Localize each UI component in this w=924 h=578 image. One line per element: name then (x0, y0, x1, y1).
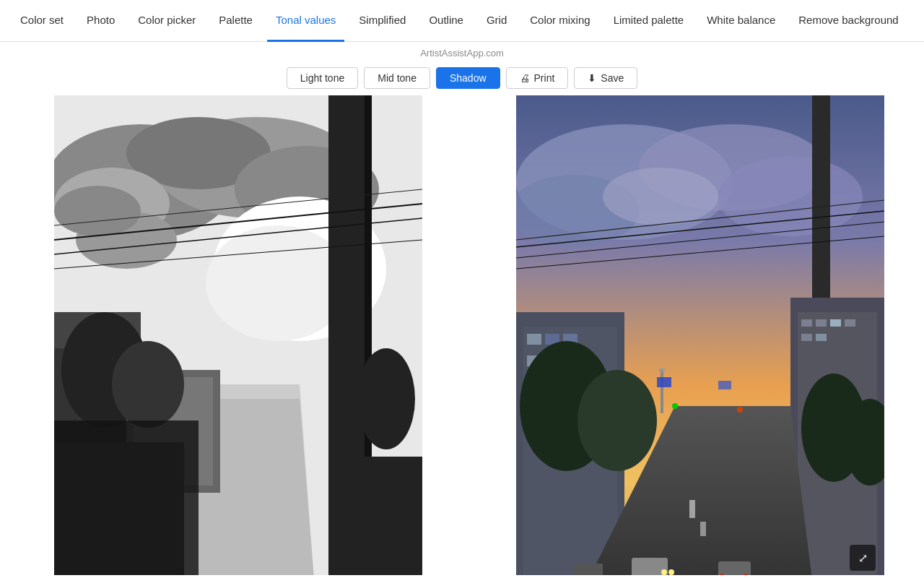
svg-point-64 (737, 407, 743, 413)
nav-remove-background[interactable]: Remove background (790, 0, 907, 42)
light-tone-button[interactable]: Light tone (287, 67, 359, 89)
print-icon: 🖨 (520, 72, 530, 84)
print-label: Print (534, 72, 555, 84)
svg-point-35 (603, 168, 718, 225)
save-icon: ⬇ (588, 72, 596, 84)
svg-point-34 (718, 157, 863, 236)
svg-rect-29 (357, 457, 422, 575)
nav-photo[interactable]: Photo (78, 0, 123, 42)
svg-point-9 (54, 186, 141, 236)
svg-rect-28 (54, 442, 184, 575)
svg-rect-65 (661, 370, 663, 413)
svg-rect-42 (845, 319, 855, 327)
svg-rect-58 (700, 522, 706, 536)
svg-rect-47 (527, 334, 541, 345)
nav-simplified[interactable]: Simplified (350, 0, 414, 42)
svg-point-73 (668, 569, 674, 575)
tonal-image-panel (54, 95, 422, 575)
fullscreen-icon: ⤢ (858, 551, 868, 565)
tone-bar: Light tone Mid tone Shadow 🖨 Print ⬇ Sav… (0, 64, 924, 92)
print-button[interactable]: 🖨 Print (506, 67, 569, 89)
images-area: ⤢ (0, 95, 924, 575)
shadow-button[interactable]: Shadow (436, 67, 500, 89)
nav-white-balance[interactable]: White balance (698, 0, 784, 42)
mid-tone-button[interactable]: Mid tone (364, 67, 430, 89)
nav-limited-palette[interactable]: Limited palette (605, 0, 693, 42)
save-button[interactable]: ⬇ Save (574, 67, 637, 89)
svg-point-23 (112, 341, 184, 428)
svg-rect-71 (574, 564, 603, 575)
top-nav: Color set Photo Color picker Palette Ton… (0, 0, 924, 42)
svg-rect-66 (659, 368, 665, 371)
svg-point-24 (357, 348, 415, 449)
original-image-panel: ⤢ (516, 95, 884, 575)
nav-grid[interactable]: Grid (478, 0, 515, 42)
svg-point-53 (578, 370, 657, 471)
fullscreen-button[interactable]: ⤢ (850, 545, 876, 571)
save-label: Save (601, 72, 624, 84)
nav-tonal-values[interactable]: Tonal values (267, 0, 344, 42)
svg-rect-44 (816, 334, 827, 341)
svg-rect-57 (689, 500, 695, 518)
nav-color-picker[interactable]: Color picker (129, 0, 204, 42)
nav-color-mixing[interactable]: Color mixing (521, 0, 598, 42)
nav-outline[interactable]: Outline (420, 0, 472, 42)
svg-point-72 (661, 569, 667, 575)
svg-rect-41 (830, 319, 841, 327)
svg-rect-43 (801, 334, 812, 341)
svg-rect-70 (718, 561, 751, 575)
svg-rect-68 (718, 381, 731, 389)
nav-color-set[interactable]: Color set (12, 0, 72, 42)
app-subtitle: ArtistAssistApp.com (420, 48, 504, 59)
svg-rect-39 (801, 319, 812, 327)
svg-point-63 (672, 403, 678, 409)
svg-rect-40 (816, 319, 827, 327)
nav-palette[interactable]: Palette (210, 0, 261, 42)
subtitle-bar: ArtistAssistApp.com (0, 42, 924, 64)
svg-rect-67 (657, 377, 671, 387)
